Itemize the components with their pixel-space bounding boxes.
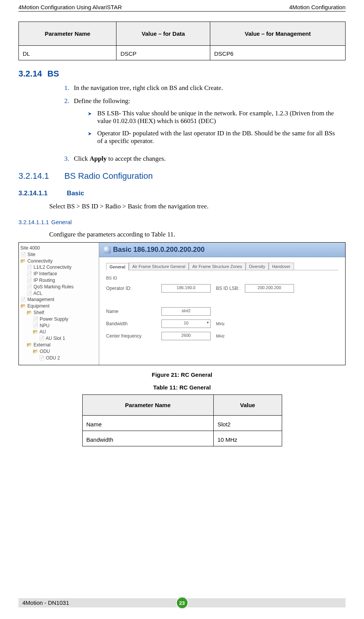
basic-intro: Select BS > BS ID > Radio > Basic from t… [49, 203, 346, 210]
table-11: Parameter Name Value Name Slot2 Bandwidt… [82, 394, 282, 446]
step-text: Define the following: [74, 97, 130, 105]
secnum: 3.2.14.1 [18, 171, 49, 181]
input-name[interactable]: slot2 [161, 307, 211, 316]
cell: 10 MHz [213, 431, 282, 446]
bullet-operator-id: ➤ Operator ID- populated with the last o… [88, 130, 338, 145]
label-name: Name [106, 309, 156, 314]
tree-au[interactable]: AU [20, 329, 97, 335]
header-rule [18, 11, 346, 12]
step-3: 3. Click Apply to accept the changes. [61, 155, 338, 163]
cell-dl: DL [19, 46, 116, 60]
footer-left: 4Motion - DN1031 [22, 599, 69, 606]
tree-psu[interactable]: Power Supply [20, 316, 97, 323]
section-3-2-14-1-1-1: 3.2.14.1.1.1 General [18, 219, 346, 225]
table-caption: Table 11: RC General [18, 384, 346, 391]
cell-dscp: DSCP [116, 46, 210, 60]
figure-caption: Figure 21: RC General [18, 371, 346, 378]
tab-general[interactable]: General [106, 263, 129, 270]
label-operator-id: Operator ID: [106, 286, 156, 291]
bullet-text: BS LSB- This value should be unique in t… [97, 110, 338, 125]
apply-bold: Apply [90, 155, 106, 162]
step-text: In the navigation tree, right click on B… [74, 84, 223, 92]
tree-odu-2[interactable]: ODU 2 [20, 355, 97, 361]
tree-npu[interactable]: NPU [20, 323, 97, 329]
th-value-data: Value – for Data [116, 22, 210, 46]
general-intro: Configure the parameters according to Ta… [49, 231, 346, 238]
cell-dscp6: DSCP6 [210, 46, 346, 60]
step-num: 1. [61, 84, 69, 92]
unit-mhz: MHz [216, 321, 225, 326]
bullet-text: Operator ID- populated with the last ope… [97, 130, 338, 145]
header-right: 4Motion Configuration [289, 4, 346, 10]
cell: Bandwidth [82, 431, 213, 446]
step-2: 2. Define the following: ➤ BS LSB- This … [61, 97, 338, 150]
bullet-bs-lsb: ➤ BS LSB- This value should be unique in… [88, 110, 338, 125]
tabs: General Air Frame Structure General Air … [106, 263, 338, 270]
tree-equipment[interactable]: Equipment [20, 303, 97, 310]
section-3-2-14: 3.2.14 BS [18, 69, 346, 79]
tree-external[interactable]: External [20, 342, 97, 348]
step-num: 2. [61, 97, 69, 150]
tree-site[interactable]: Site [20, 251, 97, 258]
step-text: Click Apply to accept the changes. [74, 155, 166, 163]
tree-root[interactable]: Site 4000 [20, 245, 97, 251]
secnum: 3.2.14.1.1 [18, 190, 48, 197]
panel-title-text: Basic 186.190.0.200.200.200 [113, 246, 204, 254]
sectitle: General [51, 219, 71, 225]
tree-au-slot-1[interactable]: AU Slot 1 [20, 335, 97, 342]
sectitle: BS [47, 69, 59, 79]
unit-mhz: MHz [216, 334, 225, 338]
secnum: 3.2.14 [18, 69, 42, 79]
tab-air-frame-zones[interactable]: Air Frame Structure Zones [189, 263, 246, 270]
tree-ip-routing[interactable]: IP Routing [20, 277, 97, 284]
section-3-2-14-1-1: 3.2.14.1.1 Basic [18, 190, 346, 197]
th-value: Value [213, 395, 282, 416]
tree-connectivity[interactable]: Connectivity [20, 258, 97, 265]
nav-tree[interactable]: Site 4000 Site Connectivity L1/L2 Connec… [19, 243, 99, 365]
label-bs-id-lsb: BS ID LSB: [216, 286, 239, 291]
tree-ip-interface[interactable]: IP Interface [20, 271, 97, 277]
cell: Slot2 [213, 416, 282, 431]
bullet-icon: ➤ [88, 130, 92, 145]
sectitle: BS Radio Configuration [65, 171, 153, 181]
select-bandwidth[interactable]: 10 [161, 319, 211, 328]
tree-odu[interactable]: ODU [20, 348, 97, 355]
tree-l1l2[interactable]: L1/L2 Connectivity [20, 264, 97, 271]
step-1: 1. In the navigation tree, right click o… [61, 84, 338, 92]
page-number-badge: 23 [176, 597, 188, 609]
tab-handover[interactable]: Handover [269, 263, 294, 270]
input-bs-id-lsb[interactable]: 200.200.200 [245, 284, 294, 293]
tree-acl[interactable]: ACL [20, 290, 97, 297]
post: to accept the changes. [107, 155, 166, 162]
input-center-frequency[interactable]: 2600 [161, 332, 211, 340]
table-row: Name Slot2 [82, 416, 282, 431]
step-num: 3. [61, 155, 69, 163]
secnum: 3.2.14.1.1.1 [18, 219, 49, 225]
th-param-name: Parameter Name [19, 22, 116, 46]
screenshot-rc-general: Site 4000 Site Connectivity L1/L2 Connec… [18, 242, 346, 365]
section-3-2-14-1: 3.2.14.1 BS Radio Configuration [18, 171, 346, 181]
th-value-mgmt: Value – for Management [210, 22, 346, 46]
pre: Click [74, 155, 90, 162]
tree-management[interactable]: Management [20, 296, 97, 303]
tree-qos[interactable]: QoS Marking Rules [20, 284, 97, 290]
footer: 4Motion - DN1031 23 [18, 598, 346, 607]
panel-icon [104, 246, 111, 253]
tab-air-frame-general[interactable]: Air Frame Structure General [129, 263, 189, 270]
header-left: 4Motion Configuration Using AlvariSTAR [18, 4, 122, 10]
cell: Name [82, 416, 213, 431]
tree-shelf[interactable]: Shelf [20, 310, 97, 316]
table-row: DL DSCP DSCP6 [19, 46, 346, 60]
panel-title: Basic 186.190.0.200.200.200 [99, 243, 345, 257]
input-operator-id[interactable]: 186.190.0 [161, 284, 211, 293]
sectitle: Basic [67, 190, 84, 197]
label-center-frequency: Center frequency [106, 333, 156, 339]
fieldset-bs-id: BS ID [106, 276, 338, 280]
top-parameter-table: Parameter Name Value – for Data Value – … [18, 22, 346, 60]
table-row: Bandwidth 10 MHz [82, 431, 282, 446]
label-bandwidth: Bandwidth [106, 321, 156, 326]
th-param-name: Parameter Name [82, 395, 213, 416]
bullet-icon: ➤ [88, 110, 92, 125]
tab-diversity[interactable]: Diversity [246, 263, 269, 270]
